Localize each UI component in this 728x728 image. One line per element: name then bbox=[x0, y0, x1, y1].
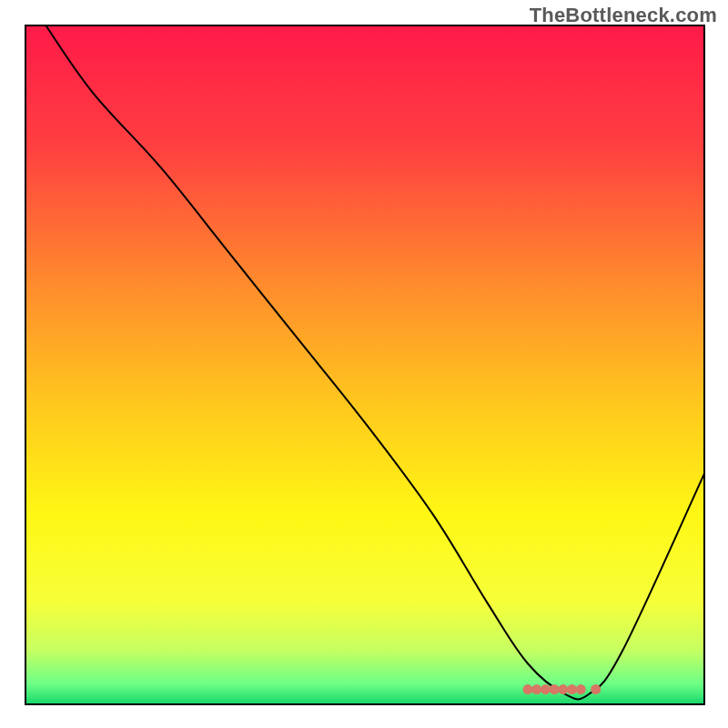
marker-point bbox=[567, 684, 577, 694]
marker-point bbox=[523, 684, 533, 694]
marker-point bbox=[541, 684, 551, 694]
marker-point bbox=[576, 684, 586, 694]
chart-background-gradient bbox=[25, 25, 704, 704]
bottleneck-chart bbox=[0, 0, 728, 728]
marker-point bbox=[591, 684, 601, 694]
marker-point bbox=[550, 684, 560, 694]
marker-point bbox=[558, 684, 568, 694]
marker-point bbox=[531, 684, 541, 694]
